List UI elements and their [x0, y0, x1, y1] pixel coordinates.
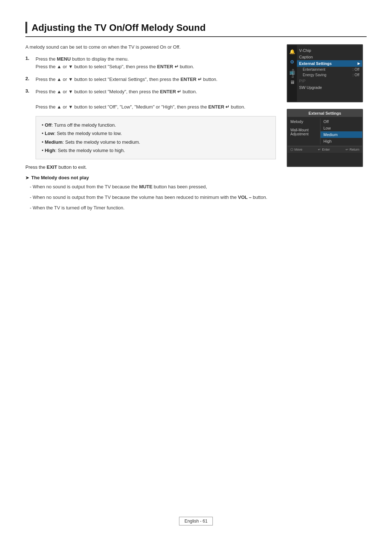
- page-title-section: Adjusting the TV On/Off Melody Sound: [25, 22, 367, 37]
- enter-icon: ↵: [318, 148, 321, 151]
- ext-settings-header: External Settings: [287, 110, 362, 117]
- move-icon: ⬡: [290, 148, 293, 151]
- bullet-low: Low: Sets the melody volume to low.: [42, 129, 270, 138]
- ext-left-panel: Melody Wall-Mount Adjustment: [287, 118, 320, 144]
- bullet-off: Off: Turns off the melody function.: [42, 121, 270, 129]
- exit-text: Press the EXIT button to exit.: [25, 164, 276, 170]
- ext-right-panel: Off Low Medium High: [320, 118, 362, 144]
- ext-label-melody: Melody: [290, 118, 317, 125]
- step-2: 2. Press the ▲ or ▼ button to select "Ex…: [25, 76, 276, 83]
- page-number-box: English - 61: [179, 517, 213, 525]
- ext-label-wallmount: Wall-Mount Adjustment: [290, 127, 317, 137]
- external-settings-screen-wrapper: External Settings Melody Wall-Mount Adju…: [287, 109, 367, 167]
- bullet-medium-bold: Medium: [45, 139, 62, 145]
- return-icon: ↩: [346, 148, 348, 151]
- menu-item-vchip: V-Chip: [297, 47, 362, 54]
- note-item-2: When no sound is output from the TV beca…: [25, 194, 276, 201]
- title-text: Adjusting the TV On/Off Melody Sound: [32, 22, 206, 33]
- step-1-number: 1.: [25, 56, 32, 71]
- main-content: A melody sound can be set to come on whe…: [25, 44, 276, 215]
- step-2-number: 2.: [25, 76, 32, 83]
- external-settings-screen: External Settings Melody Wall-Mount Adju…: [287, 109, 363, 167]
- note-title: The Melody does not play: [25, 175, 276, 180]
- footer-enter: ↵ Enter: [318, 148, 330, 151]
- setup-vertical-label: Setup: [291, 69, 294, 78]
- setup-icon-4: 🖥: [289, 78, 296, 86]
- ext-settings-content: Melody Wall-Mount Adjustment Off Low Med…: [287, 117, 362, 146]
- intro-paragraph: A melody sound can be set to come on whe…: [25, 44, 276, 50]
- ext-option-off: Off: [320, 118, 362, 125]
- options-bullet-box: Off: Turns off the melody function. Low:…: [36, 116, 276, 160]
- footer-move: ⬡ Move: [290, 148, 302, 151]
- menu-item-caption: Caption: [297, 54, 362, 60]
- setup-menu-screen: 🔔 ⚙ 📺 🖥 Setup V-Chip Caption External Se…: [287, 44, 363, 102]
- menu-subitem-energy-saving: Energy Saving : Off: [297, 72, 362, 78]
- page-footer: English - 61: [179, 517, 213, 525]
- menu-item-external-settings: External Settings: [297, 60, 362, 67]
- title-bar-decoration: [25, 22, 27, 33]
- menu-item-swupgrade: SW Upgrade: [297, 84, 362, 91]
- ext-option-medium: Medium: [320, 131, 362, 138]
- setup-menu-items: V-Chip Caption External Settings Enterta…: [297, 45, 362, 93]
- bullet-off-text: : Turns off the melody function.: [52, 122, 116, 128]
- bullet-medium: Medium: Sets the melody volume to medium…: [42, 138, 270, 146]
- step-3-content: Press the ▲ or ▼ button to select "Melod…: [36, 88, 245, 111]
- setup-icon-active: ⚙: [289, 58, 296, 65]
- bullet-high: High: Sets the melody volume to high.: [42, 146, 270, 155]
- footer-return: ↩ Return: [346, 148, 359, 151]
- sidebar-screens: 🔔 ⚙ 📺 🖥 Setup V-Chip Caption External Se…: [287, 44, 367, 215]
- menu-subitem-entertainment: Entertainment : Off: [297, 67, 362, 72]
- ext-option-low: Low: [320, 125, 362, 131]
- page-number-label: English - 61: [184, 519, 207, 524]
- content-area: A melody sound can be set to come on whe…: [25, 44, 367, 215]
- ext-settings-footer: ⬡ Move ↵ Enter ↩ Return: [287, 146, 362, 153]
- bullet-high-bold: High: [45, 148, 55, 153]
- page-title: Adjusting the TV On/Off Melody Sound: [25, 22, 367, 33]
- bullet-low-bold: Low: [45, 131, 54, 136]
- note-section: The Melody does not play When no sound i…: [25, 175, 276, 212]
- bullet-off-bold: Off: [45, 122, 52, 128]
- setup-icon-sound: 🔔: [289, 48, 296, 55]
- ext-option-high: High: [320, 138, 362, 144]
- step-3-number: 3.: [25, 88, 32, 111]
- move-label: Move: [294, 148, 302, 151]
- return-label: Return: [350, 148, 359, 151]
- menu-item-pip: PIP: [297, 78, 362, 84]
- enter-label: Enter: [322, 148, 330, 151]
- bullet-medium-text: : Sets the melody volume to medium.: [62, 139, 140, 145]
- bullet-low-text: : Sets the melody volume to low.: [54, 131, 122, 136]
- step-2-content: Press the ▲ or ▼ button to select "Exter…: [36, 76, 217, 83]
- step-1: 1. Press the MENU button to display the …: [25, 56, 276, 71]
- note-item-3: When the TV is turned off by Timer funct…: [25, 204, 276, 212]
- step-1-content: Press the MENU button to display the men…: [36, 56, 194, 71]
- bullet-high-text: : Sets the melody volume to high.: [55, 148, 125, 153]
- step-3: 3. Press the ▲ or ▼ button to select "Me…: [25, 88, 276, 111]
- setup-menu-screen-wrapper: 🔔 ⚙ 📺 🖥 Setup V-Chip Caption External Se…: [287, 44, 367, 102]
- note-item-1: When no sound is output from the TV beca…: [25, 183, 276, 191]
